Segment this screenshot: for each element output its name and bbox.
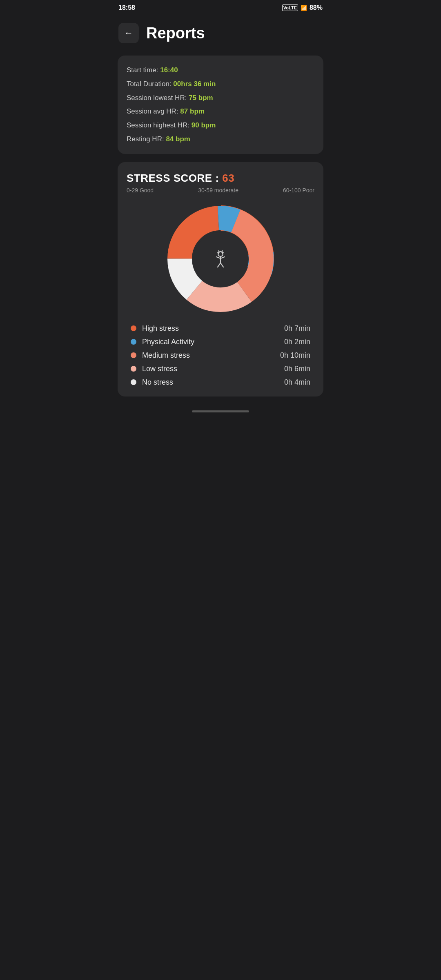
legend-label-no-stress: No stress <box>142 378 278 387</box>
lowest-hr-value: 75 bpm <box>189 94 213 102</box>
avg-hr-value: 87 bpm <box>180 107 205 115</box>
stress-title: STRESS SCORE : 63 <box>127 172 314 185</box>
svg-line-3 <box>216 257 220 258</box>
resting-hr-value: 84 bpm <box>166 135 190 143</box>
stats-list: Start time: 16:40 Total Duration: 00hrs … <box>127 65 314 144</box>
svg-line-4 <box>220 257 225 258</box>
start-time-row: Start time: 16:40 <box>127 65 314 75</box>
home-indicator <box>192 410 249 412</box>
legend: High stress0h 7minPhysical Activity0h 2m… <box>127 324 314 387</box>
avg-hr-label: Session avg HR: <box>127 107 178 115</box>
stress-card: STRESS SCORE : 63 0-29 Good 30-59 modera… <box>118 162 323 396</box>
legend-label-low-stress: Low stress <box>142 365 278 373</box>
legend-dot-no-stress <box>131 379 136 385</box>
page-title: Reports <box>146 24 205 42</box>
start-time-value: 16:40 <box>160 66 178 74</box>
bottom-bar <box>110 405 331 416</box>
duration-row: Total Duration: 00hrs 36 min <box>127 79 314 89</box>
stress-score: 63 <box>222 172 234 184</box>
status-bar: 18:58 VoLTE 📶 88% <box>110 0 331 15</box>
legend-time-physical-activity: 0h 2min <box>284 338 310 346</box>
status-time: 18:58 <box>118 4 135 11</box>
legend-time-high-stress: 0h 7min <box>284 324 310 333</box>
legend-dot-physical-activity <box>131 339 136 345</box>
scale-good: 0-29 Good <box>127 187 154 194</box>
legend-label-high-stress: High stress <box>142 324 278 333</box>
legend-item-low-stress: Low stress0h 6min <box>131 365 310 373</box>
legend-item-physical-activity: Physical Activity0h 2min <box>131 338 310 346</box>
lowest-hr-row: Session lowest HR: 75 bpm <box>127 93 314 103</box>
legend-item-medium-stress: Medium stress0h 10min <box>131 351 310 360</box>
status-icons: VoLTE 📶 88% <box>282 4 323 11</box>
stress-header: STRESS SCORE : 63 <box>127 172 314 185</box>
svg-line-6 <box>220 263 223 267</box>
legend-dot-medium-stress <box>131 352 136 358</box>
legend-time-medium-stress: 0h 10min <box>280 351 310 360</box>
duration-label: Total Duration: <box>127 80 172 88</box>
legend-label-physical-activity: Physical Activity <box>142 338 278 346</box>
avg-hr-row: Session avg HR: 87 bpm <box>127 107 314 116</box>
legend-time-low-stress: 0h 6min <box>284 365 310 373</box>
signal-icon: VoLTE <box>282 4 298 11</box>
svg-line-5 <box>218 263 220 267</box>
network-icon: 📶 <box>301 5 307 11</box>
legend-item-high-stress: High stress0h 7min <box>131 324 310 333</box>
legend-item-no-stress: No stress0h 4min <box>131 378 310 387</box>
stress-title-prefix: STRESS SCORE : <box>127 172 222 184</box>
lowest-hr-label: Session lowest HR: <box>127 94 187 102</box>
donut-chart-container <box>127 202 314 316</box>
scale-moderate: 30-59 moderate <box>198 187 238 194</box>
stats-card: Start time: 16:40 Total Duration: 00hrs … <box>118 56 323 154</box>
highest-hr-value: 90 bpm <box>192 121 216 129</box>
legend-label-medium-stress: Medium stress <box>142 351 274 360</box>
resting-hr-label: Resting HR: <box>127 135 164 143</box>
legend-time-no-stress: 0h 4min <box>284 378 310 387</box>
legend-dot-low-stress <box>131 366 136 372</box>
header: ← Reports <box>110 15 331 56</box>
back-button[interactable]: ← <box>118 23 139 43</box>
highest-hr-row: Session highest HR: 90 bpm <box>127 120 314 130</box>
donut-center <box>194 232 247 285</box>
highest-hr-label: Session highest HR: <box>127 121 189 129</box>
stress-person-icon <box>210 249 231 269</box>
stress-scale: 0-29 Good 30-59 moderate 60-100 Poor <box>127 187 314 194</box>
start-time-label: Start time: <box>127 66 158 74</box>
scale-poor: 60-100 Poor <box>283 187 314 194</box>
back-arrow-icon: ← <box>124 29 133 38</box>
battery-text: 88% <box>310 4 323 11</box>
legend-dot-high-stress <box>131 325 136 331</box>
duration-value: 00hrs 36 min <box>173 80 216 88</box>
resting-hr-row: Resting HR: 84 bpm <box>127 134 314 144</box>
